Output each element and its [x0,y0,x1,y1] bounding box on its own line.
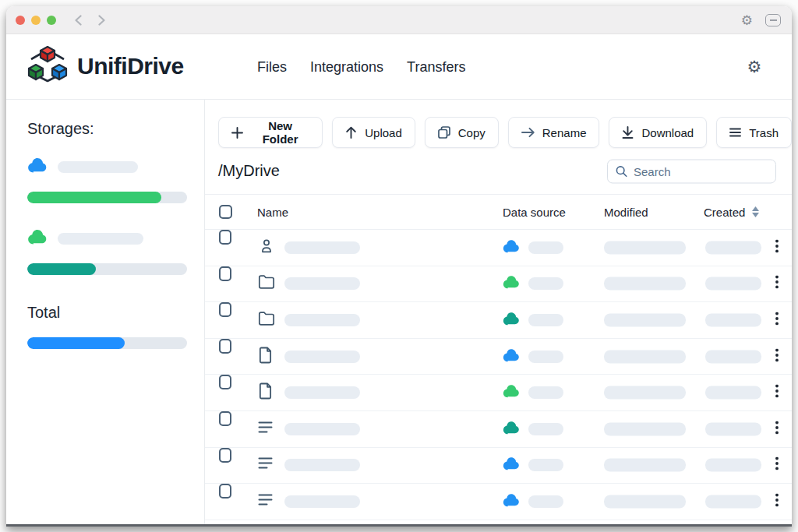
zoom-window-button[interactable] [47,16,56,25]
modified-placeholder [604,277,686,291]
row-checkbox[interactable] [219,411,231,426]
file-name-placeholder [284,423,360,435]
table-row[interactable] [205,484,792,520]
created-placeholder [705,241,761,254]
upload-button[interactable]: Upload [332,117,415,148]
data-source-placeholder [528,495,563,508]
new-folder-button[interactable]: New Folder [218,117,323,148]
modified-placeholder [604,241,686,254]
select-all-checkbox[interactable] [219,205,232,219]
cloud-icon [503,493,521,510]
row-checkbox[interactable] [219,266,231,281]
toolbar: New Folder Upload Copy Rename Download [205,100,792,148]
total-progress [27,337,187,349]
row-checkbox[interactable] [219,302,231,317]
file-name-placeholder [284,277,360,290]
column-header-modified: Modified [604,206,648,219]
app-title: UnifiDrive [77,53,184,79]
search-icon [616,164,627,178]
copy-button[interactable]: Copy [425,117,499,148]
table-row[interactable] [205,411,792,448]
file-name-placeholder [284,314,360,326]
table-row[interactable] [205,448,792,484]
file-name-placeholder [284,495,360,508]
arrow-up-icon [345,126,357,139]
table-row[interactable] [205,302,792,339]
kebab-menu-icon[interactable] [772,345,782,368]
table-header: Name Data source Modified Created [205,195,792,230]
storage-name-placeholder [58,161,138,173]
nav-item-integrations[interactable]: Integrations [310,59,383,76]
row-checkbox[interactable] [219,230,231,245]
sort-icon[interactable] [752,206,759,217]
data-source-placeholder [528,351,563,363]
kebab-menu-icon[interactable] [772,454,782,477]
user-icon [258,237,275,258]
table-row[interactable] [205,230,792,266]
data-source-placeholder [528,277,563,290]
row-checkbox[interactable] [219,448,231,463]
folder-icon [258,274,275,293]
kebab-menu-icon[interactable] [772,273,782,295]
main-nav: Files Integrations Transfers [257,34,465,100]
download-button[interactable]: Download [609,117,707,148]
cloud-icon [503,384,521,401]
column-header-data-source: Data source [503,206,566,219]
cloud-icon [503,456,521,474]
row-checkbox[interactable] [219,484,231,499]
rename-button[interactable]: Rename [508,117,600,148]
sidebar: Storages: Total [6,100,205,526]
titlebar-minimize-icon[interactable] [765,14,781,26]
storages-heading: Storages: [27,120,192,138]
close-window-button[interactable] [16,16,25,25]
kebab-menu-icon[interactable] [772,308,782,331]
kebab-menu-icon[interactable] [772,417,782,440]
kebab-menu-icon[interactable] [772,236,782,259]
row-checkbox[interactable] [219,339,231,354]
modified-placeholder [604,422,686,435]
cloud-icon [503,239,521,256]
forward-chevron-icon[interactable] [95,14,108,26]
settings-gear-icon[interactable]: ⚙︎ [740,53,768,81]
cloud-icon [27,229,48,248]
kebab-menu-icon[interactable] [772,490,782,513]
lines-icon [729,128,741,137]
app-window: ⚙︎ [6,6,792,527]
cloud-icon [503,312,521,329]
table-row[interactable] [205,339,792,375]
titlebar-gear-icon[interactable]: ⚙︎ [741,14,753,27]
modified-placeholder [604,386,686,400]
trash-button[interactable]: Trash [716,117,792,148]
cloud-icon [503,275,521,292]
back-chevron-icon[interactable] [72,14,84,26]
storage-progress [27,192,187,203]
arrow-right-icon [521,127,535,138]
copy-icon [438,126,450,139]
minimize-window-button[interactable] [31,16,41,25]
storage-item [27,229,192,275]
titlebar: ⚙︎ [6,6,792,34]
nav-item-files[interactable]: Files [257,59,287,76]
kebab-menu-icon[interactable] [772,382,782,404]
text-lines-icon [258,493,273,509]
created-placeholder [705,495,761,508]
total-heading: Total [27,304,192,322]
created-placeholder [705,459,761,472]
table-row[interactable] [205,266,792,303]
column-header-created: Created [704,206,745,219]
created-placeholder [705,277,761,291]
created-placeholder [705,422,761,435]
cloud-icon [503,348,521,365]
plus-icon [231,127,243,139]
table-row[interactable] [205,375,792,411]
nav-item-transfers[interactable]: Transfers [407,59,465,76]
folder-icon [258,311,275,329]
brand: UnifiDrive [27,45,184,87]
unifidrive-logo-icon [27,45,68,87]
modified-placeholder [604,459,686,472]
file-icon [258,382,273,403]
search-input[interactable] [634,164,768,178]
row-checkbox[interactable] [219,375,231,389]
path-row: /MyDrive [205,148,792,195]
data-source-placeholder [528,314,563,326]
